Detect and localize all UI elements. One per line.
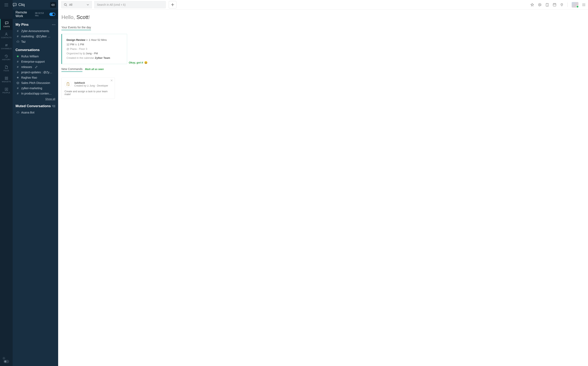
close-icon[interactable] <box>111 79 113 81</box>
event-calendar-name: Zylker Team <box>95 56 110 59</box>
conversations-list: Rufus William # Enterprise-support # rel… <box>13 54 58 96</box>
cliq-logo-icon <box>13 3 17 7</box>
star-icon[interactable] <box>530 3 534 7</box>
sidebar-item-label: marketing : @Zylker … <box>21 35 50 38</box>
cloud-icon <box>16 41 19 43</box>
section-title-label: Conversations <box>15 48 40 52</box>
greeting: Hello, Scott! <box>61 14 588 20</box>
section-my-pins-header: My Pins <box>13 19 58 28</box>
sidebar-item-group[interactable]: Sales Pitch Discussion <box>13 80 58 85</box>
rail-tab-channels[interactable]: CHANNELS <box>0 41 13 52</box>
calendar-icon[interactable] <box>553 3 556 6</box>
user-avatar[interactable] <box>572 2 578 8</box>
home-content: Hello, Scott! Your Events for the day De… <box>58 10 588 99</box>
menu-icon[interactable] <box>5 3 8 6</box>
rail-item-label: FILES <box>4 70 9 72</box>
sidebar-header: Cliq <box>13 0 58 10</box>
event-in-label: in <box>86 38 88 41</box>
sidebar-item-bot[interactable]: Taz <box>13 39 58 44</box>
sidebar-item-channel[interactable]: # marketing : @Zylker … <box>13 34 58 39</box>
svg-point-11 <box>15 4 16 5</box>
event-calendar-label: Created in the calendar <box>67 56 94 59</box>
svg-rect-1 <box>5 77 6 78</box>
greeting-suffix: ! <box>89 14 90 20</box>
sidebar-item-channel[interactable]: # project-updates : @Zy… <box>13 70 58 75</box>
event-card[interactable]: Design Review in 1 Hour 52 Mins 12 PM to… <box>61 34 127 64</box>
remote-work-toggle[interactable] <box>49 13 55 16</box>
checklist-icon[interactable] <box>52 105 55 107</box>
commands-heading: New Commands <box>61 67 82 72</box>
rail-tab-files[interactable]: FILES <box>0 63 13 74</box>
sidebar-item-dm[interactable]: Raghav Rao <box>13 75 58 80</box>
sidebar-item-bot[interactable]: Asana Bot <box>13 110 58 115</box>
app-rail: CHATS CONTACTS CHANNELS HISTORY FILES WI… <box>0 0 13 366</box>
event-ack-button[interactable]: Okay, got it 😀 <box>129 61 148 64</box>
event-organized-label: Organized by <box>67 52 82 55</box>
mark-all-seen-link[interactable]: Mark all as seen <box>85 68 104 71</box>
rail-tab-contacts[interactable]: CONTACTS <box>0 30 13 41</box>
presence-online-icon <box>16 55 19 57</box>
clipboard-icon <box>65 81 71 88</box>
search-input[interactable]: Search in All (cmd + k) <box>94 1 166 8</box>
command-card[interactable]: /addtask Created by Li Jung - Developer … <box>61 77 115 99</box>
topbar: All Search in All (cmd + k) <box>58 0 588 10</box>
mention-icon[interactable] <box>538 3 542 7</box>
event-at: @ <box>67 47 69 50</box>
chat-icon <box>5 22 8 25</box>
sidebar-item-channel[interactable]: # Zyler-Announcements <box>13 28 58 34</box>
apps-grid-icon[interactable] <box>582 3 585 6</box>
show-all-link[interactable]: Show all <box>13 96 58 100</box>
people-icon <box>5 88 8 91</box>
compose-button[interactable] <box>169 1 177 8</box>
search-scope-dropdown[interactable]: All <box>61 1 92 8</box>
sidebar-item-label: project-updates : @Zy… <box>21 71 52 74</box>
hash-icon: # <box>16 87 19 90</box>
command-by-prefix: Created by <box>74 84 87 87</box>
link-icon <box>35 66 37 68</box>
hash-icon: # <box>16 92 19 95</box>
command-author: Li Jung - Developer <box>87 84 108 87</box>
hash-icon <box>5 44 8 47</box>
event-to-label: to <box>75 43 77 46</box>
rail-tab-people[interactable]: PEOPLE <box>0 85 13 96</box>
svg-rect-2 <box>7 77 8 78</box>
search-placeholder: Search in All (cmd + k) <box>97 3 126 6</box>
plus-icon <box>171 3 174 6</box>
event-location: Plaza - Floor 3 <box>70 47 87 50</box>
rail-header <box>0 0 13 10</box>
muted-list: Asana Bot <box>13 110 58 115</box>
sidebar: Cliq Remote Work 08:32:53 Hrs My Pins # … <box>13 0 58 366</box>
command-name: /addtask <box>74 81 108 84</box>
smile-icon: 😀 <box>144 61 148 64</box>
svg-point-13 <box>53 24 54 25</box>
svg-point-15 <box>64 3 66 6</box>
rail-tab-history[interactable]: HISTORY <box>0 52 13 63</box>
sidebar-item-channel[interactable]: # zylker-marketing <box>13 85 58 91</box>
sidebar-item-label: zylker-marketing <box>21 87 42 90</box>
person-icon <box>5 32 8 36</box>
svg-point-6 <box>6 89 7 89</box>
audio-announce-button[interactable] <box>50 2 56 8</box>
widgets-icon <box>5 77 8 80</box>
sidebar-item-dm[interactable]: Rufus William <box>13 54 58 59</box>
darkmode-toggle[interactable] <box>3 358 9 366</box>
rail-item-label: HISTORY <box>2 59 11 61</box>
search-icon <box>64 3 67 6</box>
more-icon[interactable] <box>52 24 55 25</box>
remote-work-timer: 08:32:53 Hrs <box>35 12 48 17</box>
svg-point-7 <box>3 358 5 359</box>
topbar-actions <box>530 2 585 8</box>
chevron-down-icon <box>87 4 89 6</box>
event-organizer: Li Jung - PM <box>83 52 98 55</box>
sidebar-item-channel[interactable]: # Enterprise-support <box>13 59 58 64</box>
rail-tab-chats[interactable]: CHATS <box>0 19 13 30</box>
file-icon <box>5 66 8 69</box>
remote-work-title: Remote Work <box>15 11 35 18</box>
sidebar-item-channel[interactable]: # In product/app conten… <box>13 91 58 96</box>
rail-item-label: CHANNELS <box>1 47 11 50</box>
reminder-icon[interactable] <box>546 3 549 7</box>
plug-icon[interactable] <box>560 3 563 7</box>
rail-tab-widgets[interactable]: WIDGETS <box>0 74 13 85</box>
hash-icon: # <box>16 29 19 33</box>
sidebar-item-channel[interactable]: # releases <box>13 64 58 70</box>
